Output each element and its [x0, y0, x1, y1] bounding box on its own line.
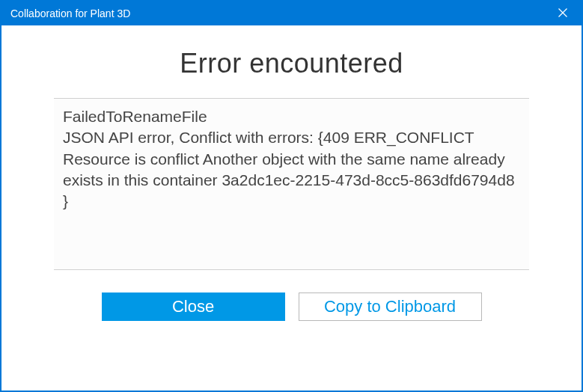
- close-icon[interactable]: [552, 7, 574, 19]
- window-title: Collaboration for Plant 3D: [10, 7, 552, 19]
- dialog-content: Error encountered FailedToRenameFile JSO…: [1, 25, 582, 391]
- titlebar: Collaboration for Plant 3D: [1, 1, 582, 25]
- error-message-text: FailedToRenameFile JSON API error, Confl…: [63, 106, 520, 212]
- copy-to-clipboard-button[interactable]: Copy to Clipboard: [299, 293, 482, 321]
- button-row: Close Copy to Clipboard: [54, 270, 529, 340]
- close-button[interactable]: Close: [102, 293, 285, 321]
- error-message-box: FailedToRenameFile JSON API error, Confl…: [54, 98, 529, 270]
- dialog-heading: Error encountered: [54, 48, 529, 79]
